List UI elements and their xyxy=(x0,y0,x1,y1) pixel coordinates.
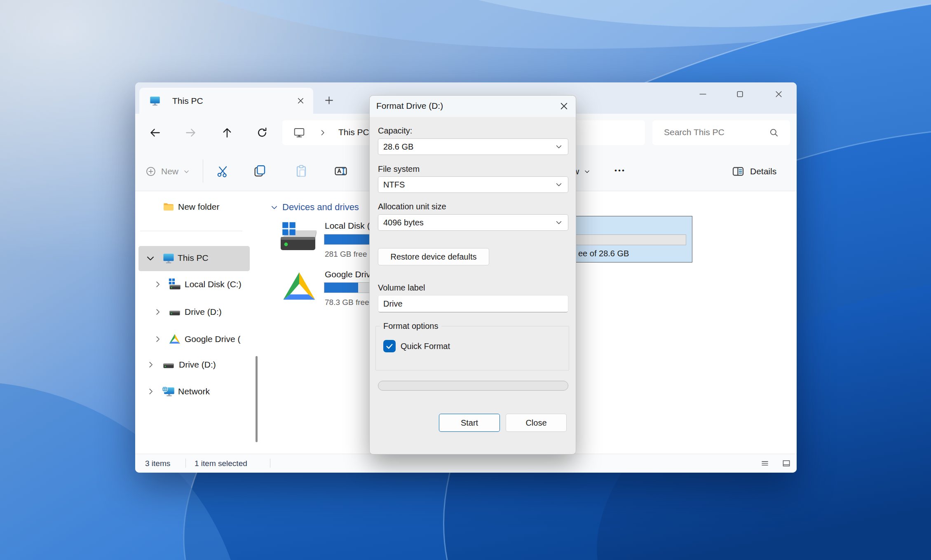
forward-icon[interactable] xyxy=(184,126,197,139)
more-options-button[interactable]: ••• xyxy=(614,166,626,175)
paste-icon[interactable] xyxy=(294,164,308,178)
volume-label-label: Volume label xyxy=(378,283,425,293)
chevron-down-icon xyxy=(555,218,563,227)
restore-defaults-label: Restore device defaults xyxy=(390,252,476,262)
file-system-select[interactable]: NTFS xyxy=(378,176,568,193)
sidebar-item-network[interactable]: Network xyxy=(135,382,255,401)
tab-close-icon[interactable] xyxy=(296,96,305,105)
chevron-down-icon xyxy=(584,168,591,175)
sidebar-item-drive-d[interactable]: Drive (D:) xyxy=(135,302,255,322)
this-pc-monitor-icon xyxy=(149,95,161,107)
window-close-icon[interactable] xyxy=(774,89,784,99)
drive-free-space: 281 GB free xyxy=(325,250,367,259)
google-drive-icon xyxy=(169,333,181,345)
section-title: Devices and drives xyxy=(282,202,359,213)
sidebar-item-google-drive[interactable]: Google Drive ( xyxy=(135,329,255,349)
new-plus-icon xyxy=(145,166,157,177)
maximize-icon[interactable] xyxy=(735,89,745,99)
dialog-title: Format Drive (D:) xyxy=(376,101,443,111)
status-bar: 3 items 1 item selected xyxy=(135,454,797,473)
chevron-right-icon[interactable] xyxy=(153,307,162,316)
chevron-right-icon[interactable] xyxy=(153,280,162,289)
details-pane-icon xyxy=(732,165,745,178)
search-icon[interactable] xyxy=(769,127,779,138)
items-count: 3 items xyxy=(145,459,170,468)
cut-icon[interactable] xyxy=(216,164,230,178)
desktop: This PC This PC Ne xyxy=(0,0,931,560)
toolbar-divider xyxy=(203,159,203,183)
chevron-down-icon xyxy=(555,143,563,151)
breadcrumb[interactable]: This PC xyxy=(338,127,369,137)
format-progress-bar xyxy=(378,381,568,391)
file-system-value: NTFS xyxy=(383,180,405,190)
sidebar-item-local-disk-c[interactable]: Local Disk (C:) xyxy=(135,274,255,294)
capacity-select[interactable]: 28.6 GB xyxy=(378,138,568,155)
dialog-title-bar: Format Drive (D:) xyxy=(370,96,576,117)
check-icon xyxy=(385,342,394,351)
copy-icon[interactable] xyxy=(253,164,267,178)
dialog-close-icon[interactable] xyxy=(558,101,570,112)
large-icons-view-icon[interactable] xyxy=(781,458,792,469)
drive-free-space: 78.3 GB free xyxy=(325,298,369,307)
chevron-down-icon[interactable] xyxy=(145,253,156,264)
close-button-label: Close xyxy=(525,418,546,428)
google-drive-icon xyxy=(281,269,317,305)
chevron-right-icon[interactable] xyxy=(153,335,162,344)
search-input[interactable] xyxy=(664,120,767,144)
sidebar-item-label: Drive (D:) xyxy=(179,360,216,370)
sidebar-scrollbar[interactable] xyxy=(256,356,258,442)
section-devices-and-drives[interactable]: Devices and drives xyxy=(270,202,359,213)
allocation-unit-value: 4096 bytes xyxy=(383,218,424,227)
drive-usage-fill xyxy=(324,283,358,293)
windows-logo-icon xyxy=(281,221,296,236)
sidebar-item-label: New folder xyxy=(178,202,219,212)
sidebar-item-label: Google Drive ( xyxy=(185,334,250,344)
new-button[interactable]: New xyxy=(145,163,190,180)
allocation-unit-label: Allocation unit size xyxy=(378,202,446,211)
new-tab-icon[interactable] xyxy=(324,95,335,106)
network-icon xyxy=(162,385,175,398)
quick-format-option[interactable]: Quick Format xyxy=(383,340,450,352)
sidebar-item-label: Network xyxy=(178,387,210,396)
sidebar-item-label: Local Disk (C:) xyxy=(185,279,242,289)
sidebar-divider xyxy=(140,231,242,231)
close-button[interactable]: Close xyxy=(506,414,567,432)
format-drive-dialog: Format Drive (D:) Capacity: 28.6 GB File… xyxy=(369,95,576,455)
sidebar-item-drive-d-2[interactable]: Drive (D:) xyxy=(135,355,255,375)
chevron-down-icon xyxy=(555,180,563,189)
tab-this-pc[interactable]: This PC xyxy=(139,88,313,114)
sidebar-item-this-pc[interactable]: This PC xyxy=(138,246,250,271)
drive-icon xyxy=(162,358,175,371)
quick-format-checkbox[interactable] xyxy=(383,340,396,352)
back-icon[interactable] xyxy=(148,126,162,139)
drive-free-space-fragment: ee of 28.6 GB xyxy=(578,249,629,258)
chevron-down-icon[interactable] xyxy=(270,203,279,212)
search-box[interactable] xyxy=(652,120,790,145)
start-button[interactable]: Start xyxy=(439,414,500,432)
tab-title: This PC xyxy=(172,96,203,106)
chevron-right-icon[interactable] xyxy=(146,360,155,369)
sidebar-item-label: Drive (D:) xyxy=(185,307,222,317)
address-monitor-icon xyxy=(293,127,305,139)
sidebar-item-new-folder[interactable]: New folder xyxy=(135,197,251,217)
rename-icon[interactable] xyxy=(334,164,348,178)
details-button-label: Details xyxy=(750,166,776,176)
breadcrumb-chevron-icon[interactable] xyxy=(319,129,327,137)
folder-icon xyxy=(163,201,174,213)
minimize-icon[interactable] xyxy=(698,89,708,99)
chevron-right-icon[interactable] xyxy=(146,387,155,396)
this-pc-monitor-icon xyxy=(162,252,175,265)
quick-format-label: Quick Format xyxy=(401,342,450,351)
details-button[interactable]: Details xyxy=(732,163,776,180)
up-icon[interactable] xyxy=(220,126,234,139)
allocation-unit-select[interactable]: 4096 bytes xyxy=(378,214,568,231)
drive-icon xyxy=(169,306,181,318)
status-divider xyxy=(185,459,186,468)
volume-label-input[interactable] xyxy=(378,295,568,312)
format-options-group: Format options Quick Format xyxy=(375,321,569,370)
refresh-icon[interactable] xyxy=(256,126,269,139)
restore-defaults-button[interactable]: Restore device defaults xyxy=(378,248,489,265)
start-button-label: Start xyxy=(461,418,478,428)
list-view-icon[interactable] xyxy=(760,458,770,469)
format-options-label: Format options xyxy=(380,321,441,331)
